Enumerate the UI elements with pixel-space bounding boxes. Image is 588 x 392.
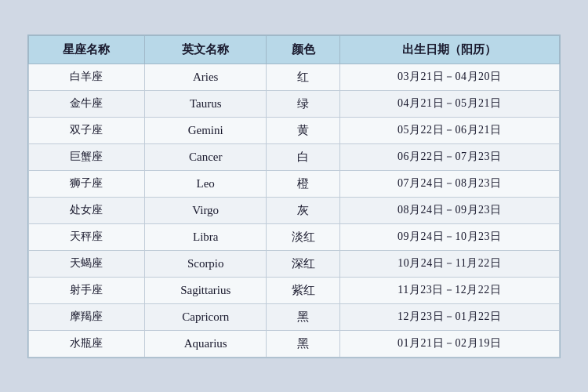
table-row: 巨蟹座Cancer白06月22日－07月23日 — [29, 143, 560, 170]
zodiac-chinese-name: 狮子座 — [29, 170, 145, 197]
zodiac-dates: 09月24日－10月23日 — [339, 223, 559, 250]
zodiac-english-name: Aquarius — [144, 330, 267, 357]
zodiac-english-name: Sagittarius — [144, 277, 267, 303]
table-row: 双子座Gemini黄05月22日－06月21日 — [29, 117, 560, 143]
zodiac-color: 深红 — [267, 250, 339, 277]
zodiac-english-name: Gemini — [144, 117, 267, 143]
zodiac-english-name: Capricorn — [144, 303, 267, 330]
zodiac-chinese-name: 射手座 — [29, 277, 145, 303]
zodiac-dates: 07月24日－08月23日 — [339, 170, 559, 197]
zodiac-chinese-name: 金牛座 — [29, 90, 145, 117]
table-row: 天秤座Libra淡红09月24日－10月23日 — [29, 223, 560, 250]
zodiac-color: 绿 — [267, 90, 339, 117]
zodiac-dates: 12月23日－01月22日 — [339, 303, 559, 330]
table-row: 射手座Sagittarius紫红11月23日－12月22日 — [29, 277, 560, 303]
zodiac-dates: 08月24日－09月23日 — [339, 197, 559, 223]
table-row: 处女座Virgo灰08月24日－09月23日 — [29, 197, 560, 223]
table-row: 狮子座Leo橙07月24日－08月23日 — [29, 170, 560, 197]
zodiac-color: 橙 — [267, 170, 339, 197]
table-row: 金牛座Taurus绿04月21日－05月21日 — [29, 90, 560, 117]
zodiac-chinese-name: 双子座 — [29, 117, 145, 143]
zodiac-chinese-name: 天蝎座 — [29, 250, 145, 277]
zodiac-english-name: Taurus — [144, 90, 267, 117]
zodiac-chinese-name: 巨蟹座 — [29, 143, 145, 170]
zodiac-english-name: Cancer — [144, 143, 267, 170]
zodiac-dates: 01月21日－02月19日 — [339, 330, 559, 357]
col-header-color: 颜色 — [267, 35, 339, 64]
zodiac-english-name: Leo — [144, 170, 267, 197]
zodiac-english-name: Libra — [144, 223, 267, 250]
zodiac-table: 星座名称 英文名称 颜色 出生日期（阳历） 白羊座Aries红03月21日－04… — [28, 35, 560, 358]
zodiac-chinese-name: 白羊座 — [29, 64, 145, 90]
zodiac-color: 黑 — [267, 303, 339, 330]
zodiac-english-name: Aries — [144, 64, 267, 90]
zodiac-dates: 04月21日－05月21日 — [339, 90, 559, 117]
zodiac-dates: 06月22日－07月23日 — [339, 143, 559, 170]
zodiac-color: 黑 — [267, 330, 339, 357]
table-row: 天蝎座Scorpio深红10月24日－11月22日 — [29, 250, 560, 277]
col-header-english: 英文名称 — [144, 35, 267, 64]
zodiac-dates: 10月24日－11月22日 — [339, 250, 559, 277]
col-header-chinese: 星座名称 — [29, 35, 145, 64]
zodiac-color: 白 — [267, 143, 339, 170]
zodiac-table-container: 星座名称 英文名称 颜色 出生日期（阳历） 白羊座Aries红03月21日－04… — [27, 34, 561, 358]
zodiac-dates: 11月23日－12月22日 — [339, 277, 559, 303]
table-row: 水瓶座Aquarius黑01月21日－02月19日 — [29, 330, 560, 357]
zodiac-english-name: Scorpio — [144, 250, 267, 277]
zodiac-chinese-name: 天秤座 — [29, 223, 145, 250]
zodiac-chinese-name: 摩羯座 — [29, 303, 145, 330]
zodiac-chinese-name: 水瓶座 — [29, 330, 145, 357]
table-header-row: 星座名称 英文名称 颜色 出生日期（阳历） — [29, 35, 560, 64]
zodiac-dates: 03月21日－04月20日 — [339, 64, 559, 90]
table-row: 白羊座Aries红03月21日－04月20日 — [29, 64, 560, 90]
zodiac-color: 红 — [267, 64, 339, 90]
zodiac-english-name: Virgo — [144, 197, 267, 223]
zodiac-color: 灰 — [267, 197, 339, 223]
zodiac-color: 紫红 — [267, 277, 339, 303]
zodiac-dates: 05月22日－06月21日 — [339, 117, 559, 143]
zodiac-color: 黄 — [267, 117, 339, 143]
zodiac-chinese-name: 处女座 — [29, 197, 145, 223]
col-header-dates: 出生日期（阳历） — [339, 35, 559, 64]
table-row: 摩羯座Capricorn黑12月23日－01月22日 — [29, 303, 560, 330]
zodiac-color: 淡红 — [267, 223, 339, 250]
